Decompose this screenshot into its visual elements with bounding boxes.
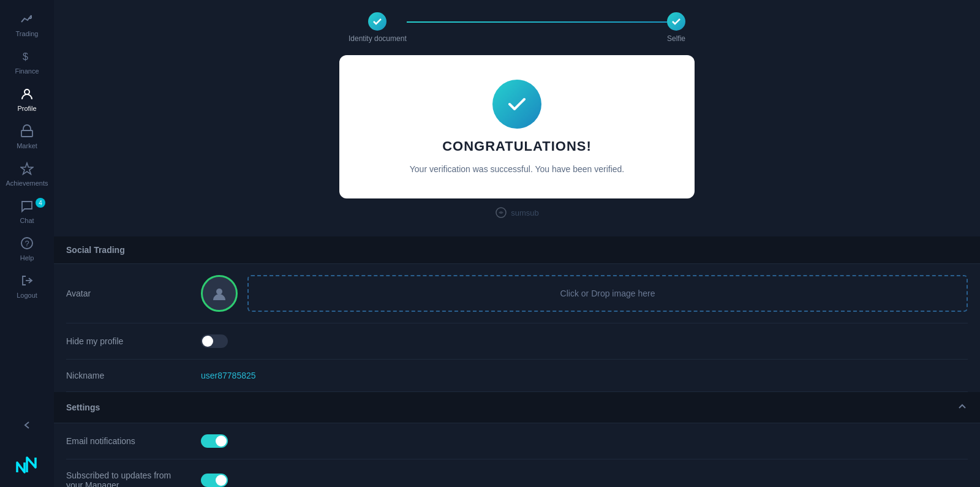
- sidebar-label-profile: Profile: [17, 105, 36, 112]
- svg-point-3: [24, 89, 29, 94]
- nickname-control: user87785825: [201, 371, 968, 380]
- sumsub-branding: sumsub: [495, 207, 539, 218]
- svg-point-9: [216, 289, 222, 295]
- sidebar-label-trading: Trading: [16, 30, 39, 37]
- manager-updates-control: [201, 474, 968, 487]
- email-notifications-control: [201, 434, 968, 448]
- sidebar-item-profile[interactable]: Profile: [0, 81, 54, 118]
- email-notifications-label: Email notifications: [66, 436, 189, 446]
- profile-icon: [20, 87, 34, 102]
- avatar-label: Avatar: [66, 289, 189, 298]
- trading-icon: [20, 12, 34, 28]
- sidebar-label-market: Market: [17, 142, 37, 149]
- logout-icon: [20, 274, 34, 289]
- hide-profile-control: [201, 334, 968, 348]
- sidebar-item-market[interactable]: Market: [0, 118, 54, 156]
- nickname-value: user87785825: [201, 371, 256, 380]
- drop-zone-text: Click or Drop image here: [560, 289, 655, 298]
- congrats-subtitle: Your verification was successful. You ha…: [410, 164, 624, 174]
- verification-area: Identity document Selfie CONGRATULATIONS…: [54, 0, 980, 236]
- settings-content: Email notifications Subscribed to update…: [54, 423, 980, 487]
- step-identity-label: Identity document: [349, 34, 407, 43]
- email-toggle-knob: [216, 436, 227, 447]
- step-identity: Identity document: [349, 12, 407, 43]
- step-identity-circle: [368, 12, 386, 31]
- sidebar-item-achievements[interactable]: Achievements: [0, 156, 54, 193]
- settings-chevron-icon: [957, 401, 968, 414]
- social-trading-section: Social Trading Avatar Click or Drop imag…: [54, 236, 980, 392]
- sidebar-label-help: Help: [20, 254, 34, 262]
- step-selfie-circle: [667, 12, 685, 31]
- svg-text:?: ?: [25, 239, 29, 248]
- app-logo: [5, 443, 49, 487]
- market-icon: [20, 124, 34, 140]
- congratulations-card: CONGRATULATIONS! Your verification was s…: [339, 55, 695, 198]
- finance-icon: $: [20, 50, 34, 65]
- sidebar-label-logout: Logout: [17, 292, 37, 299]
- sidebar-label-finance: Finance: [15, 67, 39, 75]
- hide-profile-toggle[interactable]: [201, 334, 228, 348]
- sidebar-item-trading[interactable]: Trading: [0, 6, 54, 43]
- social-trading-content: Avatar Click or Drop image here Hide my: [54, 264, 980, 392]
- manager-updates-toggle[interactable]: [201, 474, 228, 487]
- step-selfie: Selfie: [667, 12, 685, 43]
- svg-text:$: $: [23, 51, 28, 62]
- step-line: [407, 21, 667, 23]
- sidebar-label-achievements: Achievements: [6, 179, 48, 187]
- help-icon: ?: [20, 236, 34, 252]
- settings-section: Settings Email notifications Subscribed …: [54, 392, 980, 487]
- main-content: Identity document Selfie CONGRATULATIONS…: [54, 0, 980, 487]
- social-trading-header: Social Trading: [54, 236, 980, 264]
- manager-toggle-knob: [216, 475, 227, 486]
- settings-header[interactable]: Settings: [54, 392, 980, 423]
- toggle-knob: [202, 336, 213, 347]
- sidebar-item-logout[interactable]: Logout: [0, 268, 54, 305]
- svg-rect-4: [21, 130, 32, 137]
- check-circle: [492, 80, 541, 129]
- manager-updates-row: Subscribed to updates from your Manager: [66, 459, 968, 487]
- step-selfie-label: Selfie: [667, 34, 685, 43]
- avatar-control: Click or Drop image here: [201, 275, 968, 312]
- sidebar-collapse-button[interactable]: [0, 412, 54, 438]
- chat-badge: 4: [36, 198, 45, 208]
- hide-profile-label: Hide my profile: [66, 336, 189, 346]
- nickname-row: Nickname user87785825: [66, 360, 968, 392]
- sidebar-item-chat[interactable]: 4 Chat: [0, 193, 54, 230]
- image-drop-zone[interactable]: Click or Drop image here: [247, 275, 968, 312]
- congrats-title: CONGRATULATIONS!: [442, 138, 592, 154]
- manager-updates-label: Subscribed to updates from your Manager: [66, 470, 189, 487]
- email-notifications-row: Email notifications: [66, 423, 968, 459]
- sumsub-label: sumsub: [511, 208, 539, 217]
- sidebar-item-finance[interactable]: $ Finance: [0, 43, 54, 81]
- progress-steps: Identity document Selfie: [349, 12, 685, 43]
- achievements-icon: [20, 162, 34, 177]
- sidebar: Trading $ Finance Profile Market: [0, 0, 54, 487]
- sidebar-item-help[interactable]: ? Help: [0, 230, 54, 268]
- chat-icon: [20, 199, 34, 214]
- social-trading-title: Social Trading: [66, 245, 125, 255]
- nickname-label: Nickname: [66, 371, 189, 380]
- avatar-row: Avatar Click or Drop image here: [66, 264, 968, 323]
- email-notifications-toggle[interactable]: [201, 434, 228, 448]
- sidebar-bottom: [0, 412, 54, 487]
- sidebar-label-chat: Chat: [20, 217, 34, 224]
- avatar: [201, 275, 238, 312]
- settings-title: Settings: [66, 402, 100, 412]
- hide-profile-row: Hide my profile: [66, 323, 968, 360]
